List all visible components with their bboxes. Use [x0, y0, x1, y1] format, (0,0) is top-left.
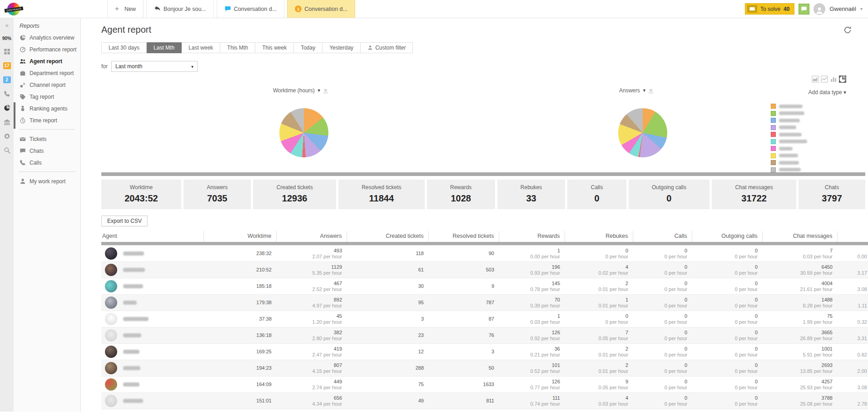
bar-chart-icon[interactable] — [830, 75, 837, 83]
table-row[interactable]: 179:38 8924.97 per hour 95 787 700.39 pe… — [101, 294, 868, 311]
date-filter-tab[interactable]: Last Mth — [147, 42, 182, 53]
settings-gear-icon[interactable] — [4, 133, 10, 140]
table-row[interactable]: 151:01 6564.34 per hour 49 811 1110.74 p… — [101, 392, 868, 409]
legend-item[interactable] — [771, 146, 834, 151]
chats-count-badge[interactable]: 2 — [3, 76, 11, 83]
conversation-tab[interactable]: Conversation d... — [217, 0, 285, 18]
column-header-answers[interactable]: Answers — [276, 231, 347, 242]
legend-item[interactable] — [771, 132, 834, 137]
company-icon[interactable] — [4, 119, 10, 126]
envelope-icon — [747, 5, 757, 13]
date-filter-tab[interactable]: Custom filter — [361, 42, 413, 53]
table-horizontal-scrollbar[interactable] — [101, 242, 868, 245]
tag-icon — [20, 94, 26, 100]
chart2-title[interactable]: Answers — [619, 87, 640, 94]
chevron-down-icon[interactable]: ▼ — [317, 88, 321, 93]
conversation-tab[interactable]: + New — [107, 0, 144, 18]
sidebar-scrollbar[interactable] — [14, 102, 15, 129]
cell-outgoing-calls: 00 per hour — [692, 294, 762, 311]
date-filter-tab[interactable]: Last 30 days — [101, 42, 147, 53]
search-icon[interactable] — [4, 147, 10, 154]
sidebar-item[interactable]: Agent report — [20, 58, 80, 65]
legend-item[interactable] — [771, 160, 834, 165]
worktime-pie-chart[interactable] — [279, 108, 328, 157]
dashboard-icon[interactable] — [4, 48, 10, 55]
table-row[interactable]: 210:52 11295.35 per hour 61 503 1960.93 … — [101, 261, 868, 278]
legend-item[interactable] — [771, 118, 834, 123]
table-row[interactable]: 185:18 4672.52 per hour 30 9 1450.78 per… — [101, 278, 868, 294]
cell-chat-messages: 10015.91 per hour — [762, 343, 837, 360]
cell-answers: 451.20 per hour — [276, 311, 347, 327]
sidebar-item[interactable]: Department report — [20, 70, 80, 76]
column-header-calls[interactable]: Calls — [633, 231, 692, 242]
column-header-outgoing-calls[interactable]: Outgoing calls — [692, 231, 762, 242]
column-header-rewards[interactable]: Rewards — [499, 231, 565, 242]
table-row[interactable]: 164:09 4492.74 per hour 75 1633 1260.77 … — [101, 376, 868, 392]
sidebar-item[interactable]: Ranking agents — [20, 106, 80, 112]
expand-sidebar-icon[interactable]: » — [4, 22, 10, 29]
chat-toggle-button[interactable] — [799, 4, 809, 15]
table-row[interactable]: 194:23 8074.15 per hour 288 50 1010.52 p… — [101, 360, 868, 376]
line-chart-icon[interactable] — [821, 75, 828, 83]
conversation-tab[interactable]: 1 Conversation d... — [287, 0, 355, 18]
answers-pie-chart[interactable] — [618, 108, 667, 157]
date-filter-tab[interactable]: Yesterday — [322, 42, 361, 53]
column-header-agent[interactable]: Agent — [101, 231, 203, 242]
date-filter-tab[interactable]: Last week — [182, 42, 220, 53]
charts-horizontal-scrollbar[interactable] — [101, 172, 865, 176]
legend-item[interactable] — [771, 139, 834, 144]
table-row[interactable]: 238:32 4932.07 per hour 118 90 10.00 per… — [101, 245, 868, 261]
availability-percent[interactable]: 90% — [2, 36, 11, 41]
sidebar-item[interactable]: Calls — [20, 160, 80, 166]
user-name[interactable]: Gwennaël — [829, 5, 856, 12]
sidebar-item[interactable]: Channel report — [20, 82, 80, 88]
table-row[interactable]: 136:18 3822.80 per hour 23 76 1260.92 pe… — [101, 327, 868, 343]
legend-item[interactable] — [771, 125, 834, 130]
cell-worktime: 179:38 — [203, 294, 276, 311]
reports-icon[interactable] — [4, 105, 10, 111]
column-header-rebukes[interactable]: Rebukes — [565, 231, 633, 242]
legend-item[interactable] — [771, 104, 834, 109]
cell-answers: 4672.52 per hour — [276, 278, 347, 294]
sidebar-item[interactable]: Tag report — [20, 94, 80, 100]
date-filter-tab[interactable]: Today — [294, 42, 322, 53]
pie-chart-icon[interactable] — [839, 75, 846, 83]
refresh-icon[interactable] — [843, 26, 852, 34]
sidebar-item[interactable]: Performance report — [20, 46, 80, 53]
area-chart-icon[interactable] — [812, 75, 819, 83]
date-filter-tab[interactable]: This week — [255, 42, 294, 53]
sidebar-item[interactable]: My work report — [20, 178, 80, 185]
period-select[interactable]: Last month ▾ — [111, 61, 198, 72]
conversation-tab[interactable]: Bonjour Je sou... — [146, 0, 214, 18]
sidebar-item[interactable]: Analytics overview — [20, 35, 80, 41]
cell-worktime: 169:25 — [203, 343, 276, 360]
legend-item[interactable] — [771, 153, 834, 158]
table-row[interactable]: 37:38 451.20 per hour 3 87 10.03 per hou… — [101, 311, 868, 327]
date-filter-tabs: Last 30 days Last Mth Last week This Mth… — [101, 42, 868, 53]
sidebar-item[interactable]: Tickets — [20, 136, 80, 142]
calls-icon[interactable] — [4, 90, 10, 97]
sidebar-item[interactable]: Time report — [20, 117, 80, 124]
chart1-title[interactable]: Worktime (hours) — [273, 87, 315, 94]
user-avatar[interactable] — [813, 3, 825, 15]
sidebar-item[interactable]: Chats — [20, 148, 80, 154]
column-header-chat-messages[interactable]: Chat messages — [762, 231, 837, 242]
column-header-worktime[interactable]: Worktime — [203, 231, 276, 242]
chevron-down-icon[interactable]: ▾ — [860, 6, 863, 11]
app-logo[interactable]: CONTRADO — [0, 0, 104, 18]
tickets-count-badge[interactable]: 17 — [3, 62, 11, 69]
column-header-chats[interactable]: Chats — [837, 231, 868, 242]
close-icon[interactable]: ✕ — [649, 88, 653, 93]
column-header-created-tickets[interactable]: Created tickets — [347, 231, 428, 242]
date-filter-tab[interactable]: This Mth — [220, 42, 255, 53]
to-solve-button[interactable]: To solve 40 — [745, 3, 794, 15]
close-icon[interactable]: ✕ — [323, 88, 328, 93]
add-data-type-dropdown[interactable]: Add data type ▾ — [808, 89, 846, 95]
legend-item[interactable] — [771, 111, 834, 116]
column-header-resolved-tickets[interactable]: Resolved tickets — [428, 231, 499, 242]
chevron-down-icon[interactable]: ▼ — [642, 88, 646, 93]
table-row[interactable]: 169:25 4192.47 per hour 12 3 360.21 per … — [101, 343, 868, 360]
legend-item[interactable] — [771, 167, 834, 172]
sidebar-item-label: Channel report — [30, 82, 65, 88]
export-csv-button[interactable]: Export to CSV — [101, 216, 148, 226]
